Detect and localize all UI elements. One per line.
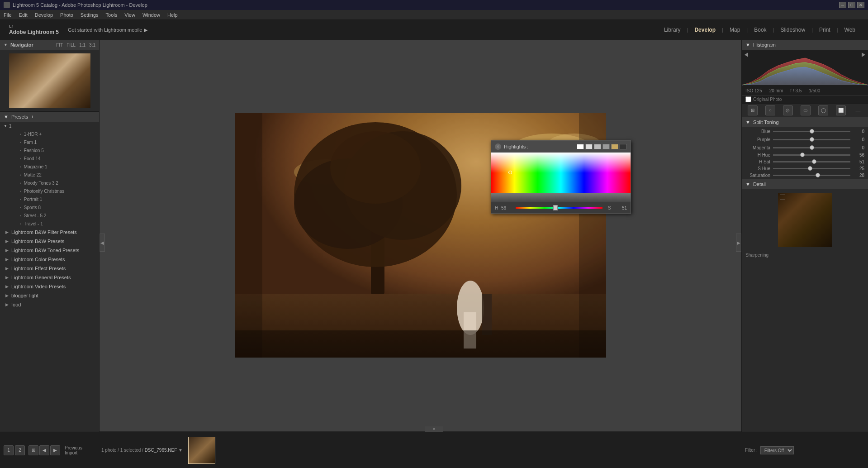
filmstrip-thumb-1[interactable] [188, 437, 215, 464]
preset-item-matte[interactable]: Matte 22 [9, 171, 99, 179]
hue-thumb[interactable] [553, 205, 558, 210]
module-book[interactable]: Book [750, 25, 770, 35]
filmstrip-prev-btn[interactable]: ◀ [39, 445, 49, 455]
filmstrip-next-btn[interactable]: ▶ [50, 445, 60, 455]
swatch-lightgray[interactable] [585, 144, 593, 149]
magenta-slider-track[interactable] [773, 147, 850, 148]
sat-highlights-track[interactable] [773, 161, 850, 162]
spot-tool[interactable]: ○ [765, 105, 775, 115]
brush-tool[interactable]: ▭ [801, 105, 811, 115]
maximize-button[interactable]: □ [848, 2, 855, 8]
hue-highlights-track[interactable] [773, 154, 850, 156]
module-map[interactable]: Map [726, 25, 744, 35]
histogram-triangle: ▼ [745, 42, 750, 48]
swatch-warm[interactable] [611, 144, 618, 149]
module-slideshow[interactable]: Slideshow [777, 25, 809, 35]
menu-file[interactable]: File [4, 12, 12, 18]
crop-tool[interactable]: ⊞ [748, 105, 758, 115]
swatch-white[interactable] [577, 144, 584, 149]
redeye-tool[interactable]: ◎ [783, 105, 793, 115]
preset-item-food[interactable]: Food 14 [9, 154, 99, 162]
menu-edit[interactable]: Edit [19, 12, 28, 18]
get-started-link[interactable]: Get started with Lightroom mobile ▶ [68, 27, 147, 33]
color-picker-area[interactable] [491, 153, 631, 193]
shadows-hue-value: 25 [853, 166, 864, 171]
detail-header[interactable]: ▼ Detail [742, 179, 868, 189]
saturation-track[interactable] [773, 175, 850, 176]
module-web[interactable]: Web [841, 25, 859, 35]
filename-dropdown[interactable]: ▼ [178, 448, 183, 453]
preset-group-effect[interactable]: ▶ Lightroom Effect Presets [0, 264, 99, 273]
menu-view[interactable]: View [124, 12, 135, 18]
hue-highlights-thumb[interactable] [800, 153, 805, 157]
swatch-dark[interactable] [620, 144, 627, 149]
module-develop[interactable]: Develop [691, 25, 719, 35]
original-photo-checkbox[interactable] [745, 96, 751, 102]
hue-shadows-track[interactable] [773, 168, 850, 169]
filter-select[interactable]: Filters Off [760, 446, 794, 454]
preset-item-hdr[interactable]: 1-HDR + [9, 130, 99, 138]
module-library[interactable]: Library [660, 25, 684, 35]
sat-highlights-thumb[interactable] [812, 159, 816, 164]
color-picker-saturation[interactable] [491, 193, 631, 202]
preset-item-portrait[interactable]: Portrait 1 [9, 195, 99, 203]
preset-group-color[interactable]: ▶ Lightroom Color Presets [0, 255, 99, 264]
hue-slider[interactable] [516, 207, 602, 209]
get-started-text: Get started with Lightroom mobile [68, 27, 142, 33]
preset-item-street[interactable]: Street - 5 2 [9, 211, 99, 220]
close-button[interactable]: ✕ [857, 2, 864, 8]
purple-slider-track[interactable] [773, 139, 850, 140]
saturation-thumb[interactable] [816, 173, 820, 177]
split-toning-header[interactable]: ▼ Split Toning [742, 117, 868, 127]
preset-group-blogger[interactable]: ▶ blogger light [0, 291, 99, 300]
purple-slider-thumb[interactable] [810, 137, 814, 142]
scroll-bottom-arrow[interactable]: ▼ [425, 426, 443, 432]
preset-group-bw-toned[interactable]: ▶ Lightroom B&W Toned Presets [0, 246, 99, 255]
preset-item-moody[interactable]: Moody Tones 3 2 [9, 179, 99, 187]
zoom-fill[interactable]: FILL [66, 43, 76, 48]
navigator-header[interactable]: ▼ Navigator FIT FILL 1:1 3:1 [0, 40, 99, 50]
preset-group-food[interactable]: ▶ food [0, 300, 99, 309]
menu-develop[interactable]: Develop [35, 12, 53, 18]
filmstrip-view-1[interactable]: 1 [4, 445, 14, 455]
preset-group-bw-filter[interactable]: ▶ Lightroom B&W Filter Presets [0, 228, 99, 237]
preset-subgroup-header-1[interactable]: ▼ 1 [0, 122, 99, 130]
left-panel-collapse[interactable]: ◀ [100, 234, 105, 252]
zoom-1-1[interactable]: 1:1 [79, 43, 85, 48]
module-print[interactable]: Print [816, 25, 834, 35]
preset-group-bw[interactable]: ▶ Lightroom B&W Presets [0, 237, 99, 246]
preset-item-magazine[interactable]: Magazine 1 [9, 162, 99, 171]
preset-item-fam[interactable]: Fam 1 [9, 138, 99, 146]
magenta-slider-thumb[interactable] [810, 145, 814, 150]
gradient-tool[interactable]: ◯ [818, 105, 828, 115]
preset-group-general[interactable]: ▶ Lightroom General Presets [0, 273, 99, 282]
presets-header[interactable]: ▼ Presets + [0, 112, 99, 122]
zoom-3-1[interactable]: 3:1 [89, 43, 95, 48]
right-panel-collapse[interactable]: ▶ [736, 234, 741, 252]
add-preset-button[interactable]: + [31, 114, 33, 119]
blue-slider-track[interactable] [773, 131, 850, 132]
filmstrip-view-2[interactable]: 2 [15, 445, 25, 455]
preset-item-travel[interactable]: Travel - 1 [9, 220, 99, 228]
filmstrip-grid-btn[interactable]: ⊞ [28, 445, 38, 455]
swatch-gray[interactable] [594, 144, 601, 149]
navigator-title: Navigator [10, 42, 53, 48]
preset-item-sports[interactable]: Sports 8 [9, 203, 99, 211]
menu-help[interactable]: Help [167, 12, 178, 18]
blue-slider-thumb[interactable] [810, 129, 814, 134]
hue-shadows-thumb[interactable] [808, 166, 812, 171]
highlights-popup-close[interactable]: ✕ [495, 143, 501, 150]
radial-tool[interactable]: ⬜ [836, 105, 846, 115]
minimize-button[interactable]: ─ [839, 2, 846, 8]
preset-group-video[interactable]: ▶ Lightroom Video Presets [0, 282, 99, 291]
menu-photo[interactable]: Photo [60, 12, 73, 18]
histogram-header[interactable]: ▼ Histogram [742, 40, 868, 50]
menu-window[interactable]: Window [142, 12, 160, 18]
top-nav: Lr Adobe Lightroom 5 Get started with Li… [0, 20, 868, 40]
zoom-fit[interactable]: FIT [56, 43, 63, 48]
preset-item-photonify[interactable]: Photonify Christmas [9, 187, 99, 195]
menu-settings[interactable]: Settings [81, 12, 99, 18]
preset-item-fashion[interactable]: Fashion 5 [9, 146, 99, 154]
menu-tools[interactable]: Tools [106, 12, 118, 18]
swatch-darkgray[interactable] [602, 144, 610, 149]
